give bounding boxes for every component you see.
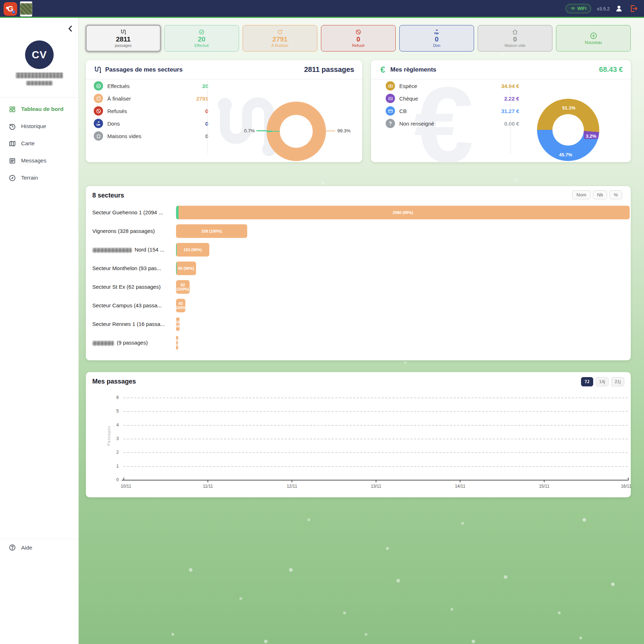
refresh-icon — [277, 29, 283, 35]
secteur-bar[interactable]: 90 (96%) — [176, 262, 196, 275]
stat-card-a-finaliser[interactable]: 2791 À finaliser — [243, 25, 317, 52]
secteur-bar[interactable]: 328 (100%) — [176, 224, 247, 238]
route-icon — [120, 29, 126, 35]
stat-card-maison-vide[interactable]: 0 Maison vide — [478, 25, 552, 52]
donut-percent-a-finaliser: 99.3% — [337, 128, 351, 133]
legend-row-non-renseigne: ? Non renseigné 0.00 € — [386, 118, 434, 128]
stat-card-passages[interactable]: 2811 passages — [86, 25, 161, 52]
check-circle-icon — [94, 81, 103, 91]
house-icon — [94, 131, 103, 141]
bar-value-label: 90 (96%) — [178, 266, 194, 270]
x-tick-mark — [460, 480, 460, 482]
refresh-icon — [94, 94, 103, 103]
range-14-days-button[interactable]: 14j — [596, 377, 609, 386]
legend-row-cheque: Chèque 2.22 € — [386, 93, 418, 103]
bar-value-label: 153 (99%) — [184, 248, 202, 252]
stat-label: Don — [433, 43, 440, 48]
user-profile-icon[interactable] — [615, 4, 623, 14]
legend-label: Maisons vides — [107, 133, 141, 139]
logout-icon[interactable] — [629, 4, 638, 14]
avatar[interactable]: CV — [25, 40, 54, 69]
stat-card-refuse[interactable]: 0 Refusé — [321, 25, 396, 52]
secteur-label: Secteur St Ex (62 passages) — [92, 280, 176, 294]
stat-card-don[interactable]: 0 Don — [399, 25, 474, 52]
x-tick-mark — [208, 480, 208, 482]
secteur-bar[interactable]: 153 (99%) — [176, 243, 209, 257]
photo-thumbnail[interactable] — [20, 1, 32, 16]
effectues-segment — [176, 262, 177, 275]
stat-value: 0 — [356, 36, 360, 43]
secteur-row: Secteur Campus (43 passa... 43 (100%) — [86, 299, 631, 312]
x-tick: 12/11 — [287, 484, 297, 489]
secteur-label: (9 passages) — [92, 336, 176, 350]
hand-heart-icon — [94, 119, 103, 128]
bar-value-label: 43 (100%) — [176, 301, 185, 310]
secteur-bar[interactable]: 9 (100%) — [176, 336, 178, 350]
sidebar-item-historique[interactable]: Historique — [0, 118, 79, 135]
x-tick: 14/11 — [455, 484, 465, 489]
secteur-bar[interactable]: 2080 (99%) — [176, 206, 630, 219]
gridline — [123, 466, 628, 467]
ban-icon — [94, 106, 103, 116]
sidebar-item-aide[interactable]: Aide — [0, 539, 79, 556]
sidebar-item-label: Tableau de bord — [21, 106, 64, 112]
legend-row-maisons-vides: Maisons vides 0 — [94, 131, 141, 141]
legend-label: À finaliser — [107, 96, 131, 102]
bar-value-label: 16 (100%) — [176, 320, 180, 328]
legend-value: 2791 — [176, 96, 208, 102]
stat-card-effectue[interactable]: 20 Effectué — [164, 25, 239, 52]
range-buttons: 7J 14j 21j — [581, 377, 624, 386]
secteur-row: Nord (154 ... 153 (99%) — [86, 243, 631, 257]
secteur-bar[interactable]: 43 (100%) — [176, 299, 185, 312]
stat-value: 20 — [198, 36, 205, 43]
bar-value-label: 328 (100%) — [201, 229, 222, 233]
banknote-icon — [386, 81, 395, 91]
legend-value: 0 — [176, 108, 208, 114]
x-tick-mark — [628, 478, 629, 480]
secteur-bar[interactable]: 16 (100%) — [176, 317, 180, 331]
stat-label: Refusé — [352, 43, 365, 48]
gridline — [123, 439, 628, 439]
x-tick: 15/11 — [539, 484, 549, 489]
app-logo[interactable]: G ✓ — [4, 2, 17, 16]
legend-label: Non renseigné — [399, 121, 434, 127]
nouveau-button[interactable]: Nouveau — [556, 25, 631, 52]
secteur-bar[interactable]: 62 (100%) — [176, 280, 190, 294]
leader-line-orange — [326, 131, 335, 131]
gridline — [123, 411, 628, 412]
legend-value: 2.22 € — [487, 96, 519, 102]
sidebar-collapse-chevron-icon[interactable] — [66, 24, 75, 33]
stat-value: 2791 — [272, 36, 287, 43]
y-tick: 4 — [108, 423, 119, 428]
secteur-label: Secteur Campus (43 passa... — [92, 299, 176, 312]
redacted-name — [92, 341, 114, 346]
sort-by-percent-button[interactable]: % — [609, 190, 622, 199]
card-title: 8 secteurs — [92, 192, 124, 199]
legend-value: 20 — [176, 83, 208, 89]
y-tick: 5 — [108, 409, 119, 414]
sidebar-item-carte[interactable]: Carte — [0, 135, 79, 152]
secteur-row: Secteur St Ex (62 passages) 62 (100%) — [86, 280, 631, 294]
secteur-label: Secteur Rennes 1 (16 passa... — [92, 317, 176, 331]
y-tick: 1 — [108, 464, 119, 469]
vertical-divider — [208, 80, 208, 154]
effectues-segment — [176, 206, 179, 219]
sort-by-count-button[interactable]: Nb — [593, 190, 608, 199]
wifi-status-badge[interactable]: WIFI — [566, 4, 591, 13]
range-21-days-button[interactable]: 21j — [611, 377, 624, 386]
stat-value: 0 — [435, 36, 439, 43]
secteur-row: Vignerons (328 passages) 328 (100%) — [86, 224, 631, 238]
map-icon — [9, 140, 16, 147]
legend-label: Refusés — [107, 108, 127, 114]
sidebar-item-messages[interactable]: Messages — [0, 152, 79, 169]
sidebar-item-tableau-de-bord[interactable]: Tableau de bord — [0, 101, 79, 118]
range-7-days-button[interactable]: 7J — [581, 377, 593, 386]
effectues-segment — [176, 243, 177, 257]
sort-by-name-button[interactable]: Nom — [572, 190, 590, 199]
sidebar-item-terrain[interactable]: Terrain — [0, 169, 79, 186]
passages-secteurs-card: Passages de mes secteurs 2811 passages E… — [86, 60, 362, 162]
route-icon — [94, 66, 102, 74]
x-tick-mark — [376, 480, 376, 482]
vertical-divider — [511, 80, 511, 154]
card-title: Mes passages — [92, 378, 136, 385]
